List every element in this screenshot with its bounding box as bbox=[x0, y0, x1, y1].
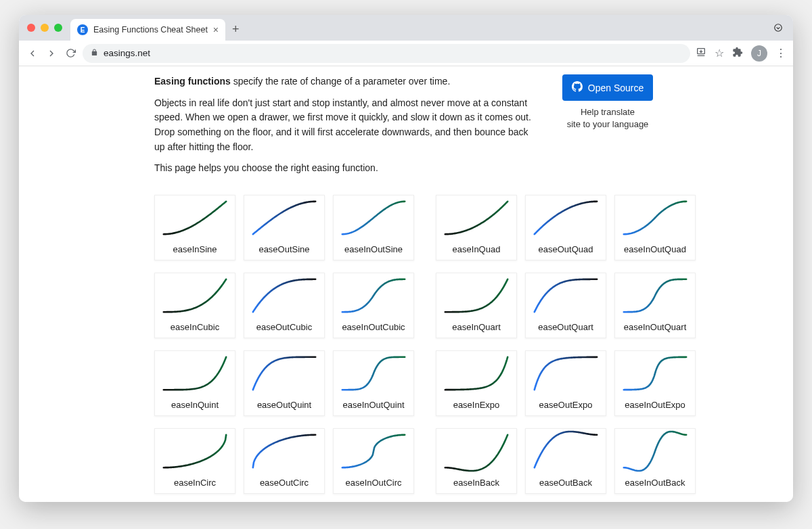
easing-card-easeOutQuad[interactable]: easeOutQuad bbox=[525, 195, 606, 260]
easing-label: easeInOutBack bbox=[625, 474, 685, 493]
easing-curve-icon bbox=[155, 429, 235, 474]
new-tab-button[interactable]: + bbox=[232, 22, 240, 37]
easing-curve-icon bbox=[244, 196, 324, 240]
reload-button[interactable] bbox=[64, 48, 77, 58]
profile-avatar[interactable]: J bbox=[751, 45, 767, 62]
easing-card-easeOutExpo[interactable]: easeOutExpo bbox=[525, 350, 606, 416]
easing-card-easeInQuart[interactable]: easeInQuart bbox=[436, 273, 517, 338]
easing-label: easeOutBack bbox=[539, 474, 592, 493]
sidebar-box: Open Source Help translate site to your … bbox=[560, 74, 655, 130]
easing-label: easeInOutSine bbox=[344, 240, 403, 260]
easing-curve-icon bbox=[244, 273, 324, 318]
easing-curve-icon bbox=[526, 273, 606, 318]
easing-label: easeInOutCubic bbox=[342, 318, 405, 338]
browser-tab[interactable]: E Easing Functions Cheat Sheet × bbox=[70, 19, 225, 41]
easing-label: easeInOutCirc bbox=[345, 474, 401, 493]
github-icon bbox=[572, 81, 583, 94]
easing-card-easeInBack[interactable]: easeInBack bbox=[436, 428, 517, 494]
easing-curve-icon bbox=[615, 429, 695, 474]
easing-label: easeInCubic bbox=[171, 318, 219, 338]
back-button[interactable] bbox=[26, 48, 39, 59]
easing-curve-icon bbox=[615, 351, 695, 396]
help-translate-link[interactable]: Help translate site to your language bbox=[560, 106, 655, 130]
intro-para3: This page helps you choose the right eas… bbox=[154, 161, 533, 176]
easing-card-easeInOutCubic[interactable]: easeInOutCubic bbox=[333, 273, 414, 338]
minimize-window-button[interactable] bbox=[41, 24, 49, 32]
page-viewport[interactable]: Easing functions specify the rate of cha… bbox=[19, 66, 793, 502]
easing-curve-icon bbox=[615, 196, 695, 240]
maximize-window-button[interactable] bbox=[54, 24, 62, 32]
easing-card-easeOutBack[interactable]: easeOutBack bbox=[525, 428, 606, 494]
easing-curve-icon bbox=[334, 273, 413, 318]
intro-text: Easing functions specify the rate of cha… bbox=[154, 74, 533, 183]
close-window-button[interactable] bbox=[27, 24, 35, 32]
intro-para2: Objects in real life don't just start an… bbox=[154, 96, 533, 155]
easing-card-easeOutSine[interactable]: easeOutSine bbox=[244, 195, 325, 260]
tab-title: Easing Functions Cheat Sheet bbox=[93, 25, 208, 34]
easing-label: easeOutQuint bbox=[257, 396, 311, 415]
easing-card-easeInOutExpo[interactable]: easeInOutExpo bbox=[614, 350, 696, 416]
easing-curve-icon bbox=[436, 196, 516, 240]
easing-curve-icon bbox=[615, 273, 695, 318]
window-controls bbox=[27, 24, 62, 32]
easing-card-easeInCubic[interactable]: easeInCubic bbox=[154, 273, 235, 338]
easing-curve-icon bbox=[526, 196, 606, 240]
easing-label: easeOutSine bbox=[258, 240, 309, 260]
easing-card-easeOutCirc[interactable]: easeOutCirc bbox=[244, 428, 325, 494]
easing-curve-icon bbox=[244, 429, 324, 474]
easing-label: easeInExpo bbox=[453, 396, 500, 415]
titlebar: E Easing Functions Cheat Sheet × + bbox=[19, 15, 793, 41]
toolbar-right: ☆ J ⋮ bbox=[696, 45, 786, 62]
chevron-down-icon[interactable] bbox=[771, 23, 785, 32]
easing-card-easeInOutQuint[interactable]: easeInOutQuint bbox=[333, 350, 414, 416]
easing-curve-icon bbox=[155, 273, 235, 318]
open-source-button[interactable]: Open Source bbox=[562, 74, 654, 101]
easing-card-easeInOutQuad[interactable]: easeInOutQuad bbox=[614, 195, 696, 260]
favicon-icon: E bbox=[77, 24, 88, 35]
extensions-icon[interactable] bbox=[732, 47, 743, 60]
easing-card-easeInExpo[interactable]: easeInExpo bbox=[436, 350, 517, 416]
easing-card-easeInQuad[interactable]: easeInQuad bbox=[436, 195, 517, 260]
easing-card-easeInOutCirc[interactable]: easeInOutCirc bbox=[333, 428, 414, 494]
easing-label: easeInSine bbox=[173, 240, 217, 260]
easing-label: easeOutExpo bbox=[539, 396, 593, 415]
easing-label: easeInOutQuad bbox=[624, 240, 686, 260]
easing-card-easeInQuint[interactable]: easeInQuint bbox=[154, 350, 235, 416]
easing-label: easeOutQuart bbox=[538, 318, 593, 338]
easing-curve-icon bbox=[526, 351, 606, 396]
lead-rest: specify the rate of change of a paramete… bbox=[231, 76, 451, 87]
easing-card-easeOutCubic[interactable]: easeOutCubic bbox=[244, 273, 325, 338]
easing-label: easeInQuart bbox=[452, 318, 501, 338]
toolbar: easings.net ☆ J ⋮ bbox=[19, 41, 793, 66]
easing-curve-icon bbox=[334, 196, 413, 240]
easing-label: easeInOutQuint bbox=[342, 396, 404, 415]
easing-card-easeInSine[interactable]: easeInSine bbox=[154, 195, 235, 260]
intro-section: Easing functions specify the rate of cha… bbox=[154, 74, 689, 183]
menu-icon[interactable]: ⋮ bbox=[775, 47, 786, 60]
easing-label: easeInOutExpo bbox=[625, 396, 685, 415]
easing-card-easeInOutSine[interactable]: easeInOutSine bbox=[333, 195, 414, 260]
star-icon[interactable]: ☆ bbox=[715, 47, 724, 60]
easing-label: easeInOutQuart bbox=[624, 318, 687, 338]
address-bar[interactable]: easings.net bbox=[83, 44, 690, 63]
easing-curve-icon bbox=[155, 196, 235, 240]
easing-curve-icon bbox=[436, 351, 516, 396]
browser-window: E Easing Functions Cheat Sheet × + easin… bbox=[19, 15, 793, 502]
easing-card-easeOutQuint[interactable]: easeOutQuint bbox=[244, 350, 325, 416]
install-icon[interactable] bbox=[696, 47, 706, 60]
easing-card-easeInCirc[interactable]: easeInCirc bbox=[154, 428, 235, 494]
url-text: easings.net bbox=[104, 48, 150, 58]
easing-card-easeInOutBack[interactable]: easeInOutBack bbox=[614, 428, 696, 494]
lock-icon bbox=[91, 49, 98, 58]
page-content: Easing functions specify the rate of cha… bbox=[154, 66, 689, 494]
easing-curve-icon bbox=[436, 429, 516, 474]
open-source-label: Open Source bbox=[588, 83, 644, 93]
easing-curve-icon bbox=[244, 351, 324, 396]
easing-label: easeOutCirc bbox=[260, 474, 309, 493]
close-tab-button[interactable]: × bbox=[213, 25, 219, 34]
easing-curve-icon bbox=[334, 429, 413, 474]
easing-card-easeInOutQuart[interactable]: easeInOutQuart bbox=[614, 273, 696, 338]
forward-button[interactable] bbox=[45, 48, 58, 59]
easing-card-easeOutQuart[interactable]: easeOutQuart bbox=[525, 273, 606, 338]
easing-curve-icon bbox=[155, 351, 235, 396]
